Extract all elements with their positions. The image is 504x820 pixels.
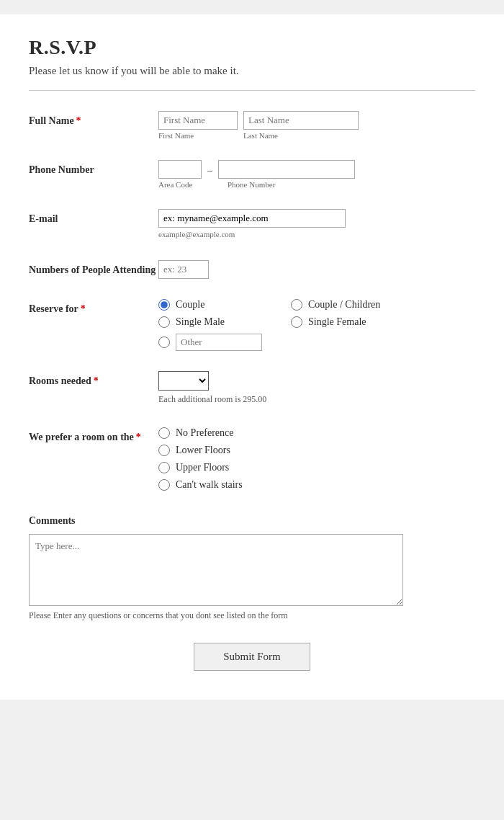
radio-no-pref-label[interactable]: No Preference [176, 427, 233, 439]
first-name-sublabel: First Name [158, 131, 238, 140]
reserve-col-left: Couple Single Male [158, 299, 262, 351]
radio-upper: Upper Floors [158, 462, 475, 473]
radio-other [158, 334, 262, 351]
radio-no-stairs-label[interactable]: Can't walk stairs [176, 479, 243, 491]
radio-upper-input[interactable] [158, 462, 170, 473]
radio-single-female-label[interactable]: Single Female [308, 316, 366, 328]
prefer-options: No Preference Lower Floors Upper Floors … [158, 426, 475, 491]
last-name-sublabel: Last Name [243, 131, 359, 140]
comments-section: Comments Please Enter any questions or c… [29, 511, 475, 621]
reserve-label: Reserve for* [29, 299, 158, 315]
prefer-field: No Preference Lower Floors Upper Floors … [158, 426, 475, 491]
reserve-columns: Couple Single Male [158, 299, 475, 351]
divider [29, 90, 475, 91]
numbers-input[interactable] [158, 260, 209, 279]
full-name-label: Full Name* [29, 111, 158, 127]
area-code-sublabel: Area Code [158, 180, 202, 189]
dash: – [207, 162, 212, 177]
radio-upper-label[interactable]: Upper Floors [176, 462, 229, 473]
reserve-row: Reserve for* Couple Single Male [29, 299, 475, 351]
radio-couple-children: Couple / Children [291, 299, 380, 311]
other-text-input[interactable] [176, 334, 262, 351]
last-name-input[interactable] [243, 111, 359, 130]
reserve-field: Couple Single Male [158, 299, 475, 351]
reserve-required-star: * [81, 303, 86, 314]
rooms-note: Each additional room is 295.00 [158, 393, 475, 406]
name-inputs [158, 111, 475, 130]
radio-couple-label[interactable]: Couple [176, 299, 204, 311]
radio-other-input[interactable] [158, 337, 170, 348]
comments-label: Comments [29, 511, 158, 527]
phone-row: Phone Number – Area Code Phone Number [29, 160, 475, 189]
full-name-row: Full Name* First Name Last Name [29, 111, 475, 140]
radio-no-pref: No Preference [158, 427, 475, 439]
numbers-row: Numbers of People Attending [29, 259, 475, 279]
email-row: E-mail example@example.com [29, 209, 475, 239]
phone-sub-labels: Area Code Phone Number [158, 180, 475, 189]
first-name-input[interactable] [158, 111, 238, 130]
submit-section: Submit Form [29, 643, 475, 671]
radio-no-pref-input[interactable] [158, 427, 170, 439]
radio-single-male: Single Male [158, 316, 262, 328]
phone-label: Phone Number [29, 160, 158, 176]
rooms-field: 1 2 3 4 5 Each additional room is 295.00 [158, 371, 475, 406]
email-label: E-mail [29, 209, 158, 225]
rsvp-form: Full Name* First Name Last Name Phone Nu… [29, 111, 475, 671]
rooms-required-star: * [94, 375, 99, 386]
radio-lower-input[interactable] [158, 445, 170, 456]
radio-single-male-input[interactable] [158, 316, 170, 328]
radio-single-female: Single Female [291, 316, 380, 328]
radio-single-female-input[interactable] [291, 316, 302, 328]
email-input[interactable] [158, 209, 346, 228]
phone-number-sublabel: Phone Number [228, 180, 364, 189]
prefer-required-star: * [136, 432, 141, 442]
radio-couple: Couple [158, 299, 262, 311]
radio-single-male-label[interactable]: Single Male [176, 316, 225, 328]
radio-lower-label[interactable]: Lower Floors [176, 445, 230, 456]
rooms-select[interactable]: 1 2 3 4 5 [158, 371, 209, 391]
full-name-field: First Name Last Name [158, 111, 475, 140]
radio-couple-children-label[interactable]: Couple / Children [308, 299, 380, 311]
radio-couple-input[interactable] [158, 299, 170, 311]
name-sub-labels: First Name Last Name [158, 131, 475, 140]
radio-no-stairs-input[interactable] [158, 479, 170, 491]
numbers-label: Numbers of People Attending [29, 259, 158, 277]
prefer-label: We prefer a room on the* [29, 426, 158, 445]
prefer-row: We prefer a room on the* No Preference L… [29, 426, 475, 491]
comments-textarea[interactable] [29, 534, 403, 606]
required-star: * [76, 115, 81, 126]
comments-note: Please Enter any questions or concerns t… [29, 610, 288, 621]
email-field: example@example.com [158, 209, 475, 239]
reserve-col-right: Couple / Children Single Female [291, 299, 380, 351]
email-sublabel: example@example.com [158, 230, 475, 239]
rooms-row: Rooms needed* 1 2 3 4 5 Each additional … [29, 371, 475, 406]
phone-inputs: – [158, 160, 475, 179]
page-subtitle: Please let us know if you will be able t… [29, 65, 475, 77]
numbers-field [158, 259, 475, 279]
area-code-input[interactable] [158, 160, 202, 179]
page-title: R.S.V.P [29, 36, 475, 59]
radio-couple-children-input[interactable] [291, 299, 302, 311]
phone-field: – Area Code Phone Number [158, 160, 475, 189]
radio-no-stairs: Can't walk stairs [158, 479, 475, 491]
phone-number-input[interactable] [218, 160, 355, 179]
submit-button[interactable]: Submit Form [194, 643, 310, 671]
rooms-label: Rooms needed* [29, 371, 158, 387]
radio-lower: Lower Floors [158, 445, 475, 456]
